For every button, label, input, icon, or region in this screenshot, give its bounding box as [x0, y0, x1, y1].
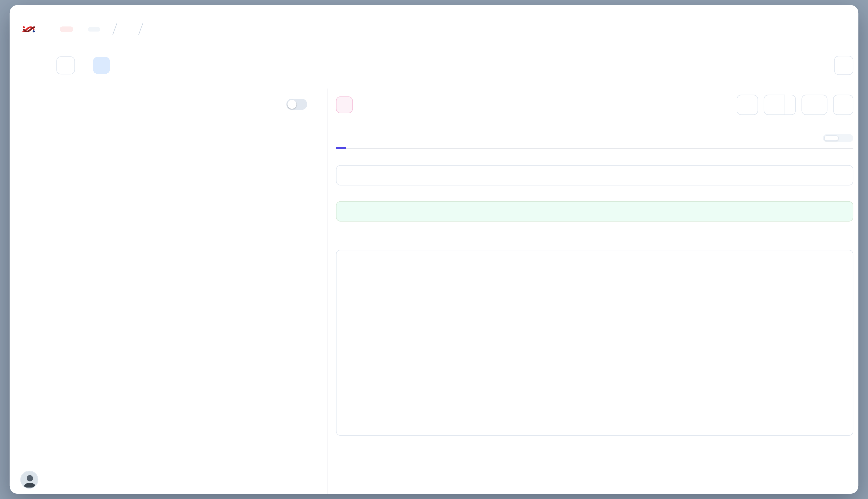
annotate-button[interactable] — [764, 95, 785, 115]
delete-trace-button[interactable] — [834, 56, 853, 75]
detail-tabs — [336, 130, 853, 149]
app-window — [10, 5, 858, 494]
format-formatted-option[interactable] — [824, 135, 839, 141]
trace-header — [56, 54, 853, 76]
toggle-knob — [288, 100, 296, 109]
trace-type-chip — [56, 56, 75, 74]
annotate-split-button — [764, 95, 796, 115]
trace-tree — [52, 123, 321, 494]
sidebar-rail — [10, 5, 49, 494]
timeline-toggle[interactable] — [286, 99, 307, 110]
top-navigation — [21, 16, 847, 42]
detail-actions — [737, 95, 853, 115]
output-content — [336, 201, 853, 221]
tree-toolbar — [62, 93, 313, 116]
detail-header — [336, 95, 853, 115]
breadcrumb-divider — [112, 23, 117, 35]
add-to-datasets-button[interactable] — [737, 95, 758, 115]
generation-icon — [336, 97, 353, 113]
org-plan-badge — [88, 27, 100, 32]
breadcrumb-divider — [138, 23, 143, 35]
trace-tree-panel — [52, 88, 321, 494]
screen-background — [0, 0, 868, 499]
format-toggle — [823, 134, 854, 142]
user-avatar[interactable] — [20, 471, 38, 489]
tree-search-input[interactable] — [68, 100, 249, 109]
format-json-option[interactable] — [839, 135, 852, 140]
annotate-dropdown-button[interactable] — [785, 95, 796, 115]
tab-scores[interactable] — [355, 130, 365, 148]
comments-button[interactable] — [833, 95, 853, 115]
playground-button[interactable] — [802, 95, 828, 115]
tags-button[interactable] — [93, 57, 110, 74]
metadata-json-viewer — [336, 250, 853, 436]
environment-badge — [60, 26, 73, 32]
tab-preview[interactable] — [336, 130, 346, 148]
input-content — [336, 165, 853, 185]
observation-detail-panel — [327, 88, 858, 494]
